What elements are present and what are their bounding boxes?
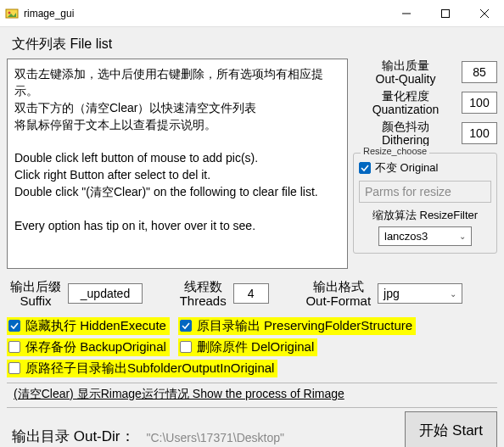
subfolder-output-label: 原路径子目录输出SubfolderOutputInOriginal [25,360,274,377]
out-quality-label: 输出质量 Out-Quality [353,59,458,86]
maximize-button[interactable] [426,0,465,27]
out-dir-path[interactable]: "C:\Users\17371\Desktop" [147,431,399,448]
threads-label: 线程数 Threads [180,279,227,309]
del-original-label: 删除原件 DelOriginal [197,339,314,355]
out-format-value: jpg [384,287,400,300]
out-dir-label: 输出目录 Out-Dir： [7,425,140,448]
backup-original-label: 保存备份 BackupOriginal [25,339,166,355]
hidden-execute-checkbox[interactable] [8,320,20,332]
divider [7,407,497,408]
resize-filter-label: 缩放算法 ResizeFilter [359,208,491,223]
resize-parms-input[interactable]: Parms for resize [359,181,491,203]
chevron-down-icon: ⌄ [450,289,456,299]
out-format-label: 输出格式 Out-Format [305,279,371,309]
title-bar: rimage_gui [0,0,504,27]
start-button[interactable]: 开始 Start [405,411,497,448]
del-original-checkbox[interactable] [180,341,192,353]
file-list-box[interactable]: 双击左键添加，选中后使用右键删除，所有选项均有相应提示。 双击下方的（清空Cle… [7,59,348,269]
suffix-label: 输出后缀 Suffix [10,279,61,309]
chevron-down-icon: ⌄ [459,232,466,241]
hidden-execute-label: 隐藏执行 HiddenExecute [25,318,166,334]
resize-filter-select[interactable]: lanczos3 ⌄ [378,226,472,246]
dithering-label: 颜色抖动 Dithering [353,120,458,147]
svg-point-1 [8,11,11,14]
resize-filter-value: lanczos3 [384,230,428,243]
app-icon [5,7,19,20]
clear-show-process-label[interactable]: (清空Clear) 显示Rimage运行情况 Show the process … [7,385,497,404]
file-list-header: 文件列表 File list [7,32,497,59]
quantization-label: 量化程度 Quantization [353,89,458,116]
backup-original-checkbox[interactable] [8,341,20,353]
resize-nochange-label: 不变 Original [375,160,438,176]
preserve-folder-checkbox[interactable] [180,320,192,332]
resize-nochange-checkbox[interactable] [359,162,371,174]
dithering-input[interactable]: 100 [462,122,497,144]
window-title: rimage_gui [24,8,387,20]
suffix-input[interactable]: _updated [68,283,143,304]
resize-group-label: Resize_choose [361,146,429,156]
resize-group: Resize_choose 不变 Original Parms for resi… [353,153,497,254]
quantization-input[interactable]: 100 [462,92,497,114]
threads-input[interactable]: 4 [233,283,269,304]
preserve-folder-label: 原目录输出 PreservingFolderStructure [197,318,412,334]
out-format-select[interactable]: jpg ⌄ [378,283,462,304]
svg-rect-3 [442,9,450,17]
out-quality-input[interactable]: 85 [462,61,497,83]
minimize-button[interactable] [387,0,426,27]
divider [7,383,497,383]
subfolder-output-checkbox[interactable] [8,362,20,374]
close-button[interactable] [465,0,504,27]
